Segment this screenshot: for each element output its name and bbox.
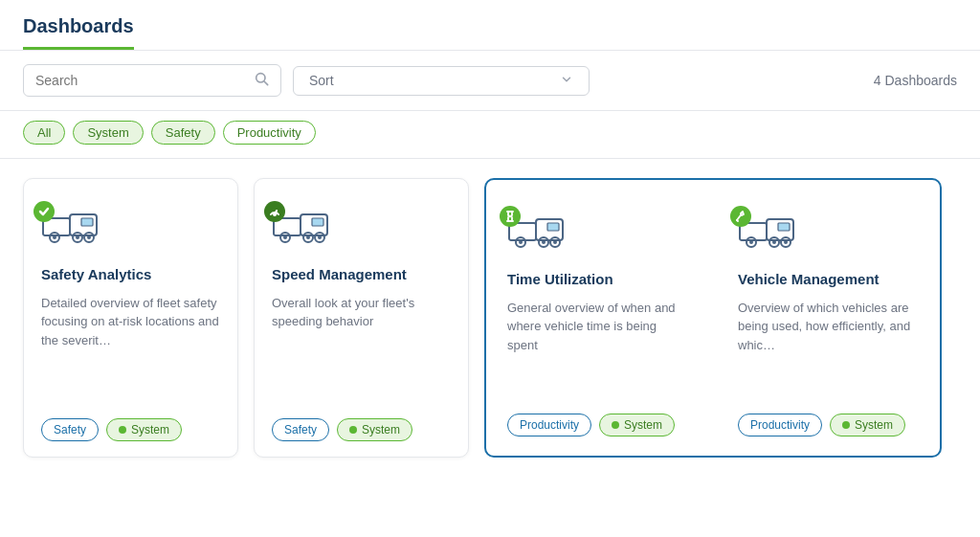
dot-icon	[119, 426, 126, 434]
card-description: Overview of which vehicles are being use…	[738, 299, 919, 401]
hourglass-badge	[500, 206, 521, 227]
card-vehicle-management[interactable]: Vehicle Management Overview of which veh…	[721, 184, 936, 452]
svg-rect-14	[312, 218, 323, 226]
card-description: General overview of when and where vehic…	[507, 299, 688, 401]
tag-safety[interactable]: Safety	[272, 418, 329, 441]
sort-dropdown[interactable]: Sort	[293, 66, 590, 96]
time-utilization-icon	[507, 212, 572, 252]
cards-area: Safety Analytics Detailed overview of fl…	[0, 159, 980, 477]
tag-system[interactable]: System	[830, 414, 905, 436]
filter-safety[interactable]: Safety	[151, 121, 215, 145]
card-safety-analytics[interactable]: Safety Analytics Detailed overview of fl…	[23, 178, 238, 458]
wrench-badge	[730, 206, 751, 227]
svg-rect-34	[778, 223, 790, 231]
svg-point-39	[784, 240, 788, 244]
selected-cards-group: Time Utilization General overview of whe…	[484, 178, 942, 458]
card-icon-area	[738, 203, 919, 260]
filter-productivity[interactable]: Productivity	[223, 121, 316, 145]
card-title: Speed Management	[272, 265, 451, 284]
sort-label: Sort	[309, 73, 334, 88]
chevron-down-icon	[560, 73, 573, 89]
card-time-utilization[interactable]: Time Utilization General overview of whe…	[490, 184, 705, 452]
svg-rect-23	[547, 223, 559, 231]
tag-productivity[interactable]: Productivity	[738, 414, 822, 436]
filter-system[interactable]: System	[73, 121, 143, 145]
search-input[interactable]	[35, 73, 246, 88]
card-title: Time Utilization	[507, 270, 688, 289]
safety-analytics-icon	[41, 207, 106, 247]
card-icon-area	[41, 198, 220, 256]
svg-point-37	[749, 240, 753, 244]
card-tags: Productivity System	[738, 414, 919, 436]
speed-management-icon	[272, 207, 337, 247]
svg-point-21	[306, 235, 310, 239]
card-title: Vehicle Management	[738, 270, 919, 289]
svg-line-1	[264, 81, 268, 85]
search-icon	[254, 71, 269, 90]
svg-point-28	[553, 240, 557, 244]
card-description: Overall look at your fleet's speeding be…	[272, 294, 451, 406]
search-box[interactable]	[23, 64, 281, 97]
tag-safety[interactable]: Safety	[41, 418, 99, 441]
toolbar: Sort 4 Dashboards	[0, 51, 980, 111]
card-icon-area	[507, 203, 688, 260]
svg-line-31	[737, 214, 742, 220]
svg-point-41	[772, 240, 776, 244]
tag-productivity[interactable]: Productivity	[507, 414, 591, 436]
svg-point-8	[87, 235, 91, 239]
filter-all[interactable]: All	[23, 121, 65, 145]
card-tags: Productivity System	[507, 414, 688, 436]
filter-row: All System Safety Productivity	[0, 111, 980, 159]
svg-point-26	[519, 240, 523, 244]
svg-point-10	[76, 235, 79, 239]
dot-icon	[842, 421, 850, 429]
svg-point-12	[274, 213, 276, 215]
card-speed-management[interactable]: Speed Management Overall look at your fl…	[254, 178, 469, 458]
tag-system[interactable]: System	[106, 418, 182, 441]
vehicle-management-icon	[738, 212, 803, 252]
checkmark-badge	[33, 201, 55, 222]
svg-point-17	[283, 235, 287, 239]
card-tags: Safety System	[41, 418, 220, 441]
page-title: Dashboards	[23, 15, 134, 46]
dot-icon	[349, 426, 357, 434]
dashboard-count: 4 Dashboards	[874, 73, 957, 88]
dot-icon	[612, 421, 619, 429]
svg-rect-3	[81, 218, 93, 226]
card-description: Detailed overview of fleet safety focusi…	[41, 294, 220, 406]
speedometer-badge	[264, 201, 285, 222]
card-tags: Safety System	[272, 418, 451, 441]
tag-system[interactable]: System	[599, 414, 675, 436]
svg-point-19	[318, 235, 322, 239]
svg-point-6	[53, 235, 56, 239]
tag-system[interactable]: System	[337, 418, 412, 441]
svg-line-32	[737, 220, 738, 221]
card-title: Safety Analytics	[41, 265, 220, 284]
card-icon-area	[272, 198, 451, 256]
svg-point-30	[542, 240, 546, 244]
